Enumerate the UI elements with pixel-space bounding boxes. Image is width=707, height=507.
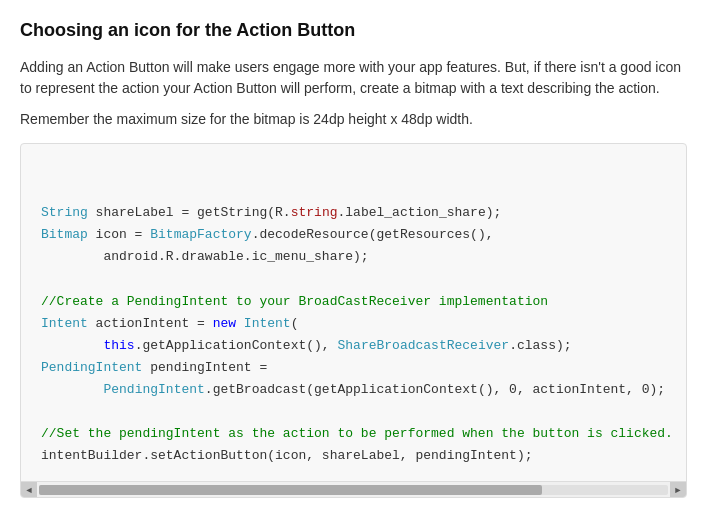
code-line: android.R.drawable.ic_menu_share); xyxy=(41,246,686,268)
code-line: //Set the pendingIntent as the action to… xyxy=(41,423,686,445)
scrollbar-area: ◄ ► xyxy=(21,481,686,497)
page-heading: Choosing an icon for the Action Button xyxy=(20,20,687,41)
code-line: intentBuilder.setActionButton(icon, shar… xyxy=(41,445,686,467)
scrollbar-track[interactable] xyxy=(39,485,668,495)
code-line xyxy=(41,401,686,423)
code-line: this.getApplicationContext(), ShareBroad… xyxy=(41,335,686,357)
scrollbar-right-arrow[interactable]: ► xyxy=(670,482,686,498)
code-line: PendingIntent pendingIntent = xyxy=(41,357,686,379)
code-line: PendingIntent.getBroadcast(getApplicatio… xyxy=(41,379,686,401)
code-line: //Create a PendingIntent to your BroadCa… xyxy=(41,291,686,313)
note-text: Remember the maximum size for the bitmap… xyxy=(20,111,687,127)
scrollbar-left-arrow[interactable]: ◄ xyxy=(21,482,37,498)
description-text: Adding an Action Button will make users … xyxy=(20,57,687,99)
code-line: Bitmap icon = BitmapFactory.decodeResour… xyxy=(41,224,686,246)
code-block-wrapper: String shareLabel = getString(R.string.l… xyxy=(20,143,687,498)
scrollbar-thumb xyxy=(39,485,542,495)
code-block: String shareLabel = getString(R.string.l… xyxy=(21,144,686,481)
code-line: Intent actionIntent = new Intent( xyxy=(41,313,686,335)
code-scroll-container[interactable]: String shareLabel = getString(R.string.l… xyxy=(21,144,686,481)
page-container: Choosing an icon for the Action Button A… xyxy=(0,0,707,507)
code-line: String shareLabel = getString(R.string.l… xyxy=(41,202,686,224)
code-line xyxy=(41,268,686,290)
